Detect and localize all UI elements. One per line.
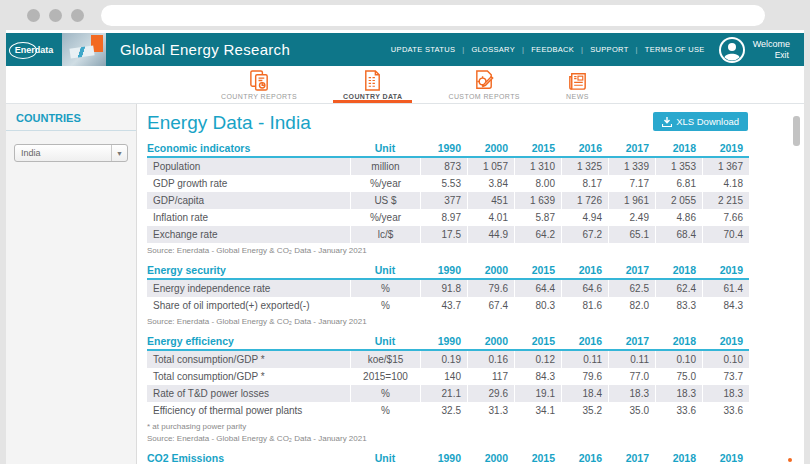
year-column-header[interactable]: 2019 <box>702 452 749 464</box>
tab-custom-reports[interactable]: CUSTOM REPORTS <box>438 66 529 103</box>
row-value: 64.6 <box>561 280 608 297</box>
year-column-header[interactable]: 2017 <box>608 142 655 154</box>
year-column-header[interactable]: 2017 <box>608 264 655 276</box>
table-source: Source: Enerdata - Global Energy & CO₂ D… <box>147 434 749 443</box>
row-value: 35.2 <box>561 402 608 419</box>
row-label: Exchange rate <box>147 229 350 240</box>
row-value: 17.5 <box>420 226 467 243</box>
table-row: Energy independence rate%91.879.664.464.… <box>147 280 749 297</box>
year-column-header[interactable]: 2018 <box>655 452 702 464</box>
row-unit: US $ <box>350 192 420 209</box>
app-header: Enerdata Global Energy Research UPDATE S… <box>6 33 804 66</box>
data-table-section: Energy securityUnit199020002015201620172… <box>147 264 749 326</box>
exit-link[interactable]: Exit <box>753 50 790 61</box>
year-column-header[interactable]: 2016 <box>561 264 608 276</box>
country-dropdown[interactable]: India ▼ <box>14 144 128 162</box>
row-value: 81.6 <box>561 297 608 314</box>
row-value: 43.7 <box>420 297 467 314</box>
window-dot[interactable] <box>71 9 84 22</box>
row-value: 8.97 <box>420 209 467 226</box>
year-column-header[interactable]: 2017 <box>608 452 655 464</box>
row-value: 29.6 <box>467 385 514 402</box>
user-avatar-icon[interactable] <box>719 37 745 63</box>
main-panel: Energy Data - India XLS Download Economi… <box>137 104 804 464</box>
year-column-header[interactable]: 2015 <box>514 452 561 464</box>
window-dot[interactable] <box>49 9 62 22</box>
year-column-header[interactable]: 2015 <box>514 335 561 347</box>
year-column-header[interactable]: 2018 <box>655 335 702 347</box>
app-window: Enerdata Global Energy Research UPDATE S… <box>6 30 804 464</box>
table-body: Total consumption/GDP *koe/$150.190.160.… <box>147 351 749 419</box>
header-link[interactable]: SUPPORT <box>574 45 628 54</box>
address-bar[interactable] <box>101 5 765 26</box>
row-value: 1 639 <box>514 192 561 209</box>
row-value: 64.2 <box>514 226 561 243</box>
year-column-header[interactable]: 2018 <box>655 142 702 154</box>
scrollbar-track[interactable] <box>793 106 800 460</box>
welcome-label: Welcome <box>753 39 790 50</box>
year-column-header[interactable]: 2000 <box>467 142 514 154</box>
enerdata-logo[interactable]: Enerdata <box>6 33 62 66</box>
xls-download-button[interactable]: XLS Download <box>653 112 748 131</box>
header-link[interactable]: TERMS OF USE <box>629 45 705 54</box>
year-column-header[interactable]: 2017 <box>608 335 655 347</box>
row-value: 3.84 <box>467 175 514 192</box>
row-label: GDP growth rate <box>147 178 350 189</box>
header-link[interactable]: FEEDBACK <box>515 45 574 54</box>
row-value: 6.81 <box>655 175 702 192</box>
table-body: Energy independence rate%91.879.664.464.… <box>147 280 749 314</box>
table-footnote: * at purchasing power parity <box>147 422 749 431</box>
tab-country-reports[interactable]: COUNTRY REPORTS <box>211 66 307 103</box>
window-dot[interactable] <box>27 9 40 22</box>
year-column-header[interactable]: 2019 <box>702 264 749 276</box>
year-column-header[interactable]: 2019 <box>702 142 749 154</box>
year-column-header[interactable]: 2019 <box>702 335 749 347</box>
year-column-header[interactable]: 2015 <box>514 142 561 154</box>
row-value: 2.49 <box>608 209 655 226</box>
year-column-header[interactable]: 2016 <box>561 335 608 347</box>
tab-country-data[interactable]: COUNTRY DATA <box>333 66 412 103</box>
year-column-header[interactable]: 2016 <box>561 452 608 464</box>
app-title: Global Energy Research <box>120 41 290 58</box>
row-value: 62.4 <box>655 280 702 297</box>
row-value: 31.3 <box>467 402 514 419</box>
table-source: Source: Enerdata - Global Energy & CO₂ D… <box>147 246 749 255</box>
tab-news[interactable]: NEWS <box>556 66 599 103</box>
year-column-header[interactable]: 2000 <box>467 452 514 464</box>
row-value: 4.18 <box>702 175 749 192</box>
year-column-header[interactable]: 2000 <box>467 335 514 347</box>
row-value: 8.17 <box>561 175 608 192</box>
row-unit: lc/$ <box>350 226 420 243</box>
row-value: 33.6 <box>702 402 749 419</box>
header-link[interactable]: GLOSSARY <box>455 45 515 54</box>
row-label: Total consumption/GDP * <box>147 354 350 365</box>
scrollbar-thumb[interactable] <box>793 116 800 146</box>
year-column-header[interactable]: 1990 <box>420 264 467 276</box>
row-value: 65.1 <box>608 226 655 243</box>
nav-tabs: COUNTRY REPORTSCOUNTRY DATACUSTOM REPORT… <box>6 66 804 103</box>
row-value: 80.3 <box>514 297 561 314</box>
year-column-header[interactable]: 2000 <box>467 264 514 276</box>
logo-text: Enerdata <box>9 42 60 58</box>
row-label: Share of oil imported(+) exported(-) <box>147 300 350 311</box>
header-link[interactable]: UPDATE STATUS <box>391 45 455 54</box>
table-section-title: Energy efficiency <box>147 335 350 347</box>
year-column-header[interactable]: 2016 <box>561 142 608 154</box>
data-tables: Economic indicatorsUnit19902000201520162… <box>147 142 749 464</box>
row-value: 1 726 <box>561 192 608 209</box>
year-column-header[interactable]: 2015 <box>514 264 561 276</box>
row-value: 1 310 <box>514 158 561 175</box>
row-value: 44.9 <box>467 226 514 243</box>
year-column-header[interactable]: 1990 <box>420 142 467 154</box>
year-column-header[interactable]: 2018 <box>655 264 702 276</box>
row-value: 62.5 <box>608 280 655 297</box>
unit-column-header: Unit <box>350 452 420 464</box>
row-value: 35.0 <box>608 402 655 419</box>
row-unit: million <box>350 158 420 175</box>
year-column-header[interactable]: 1990 <box>420 452 467 464</box>
row-value: 67.2 <box>561 226 608 243</box>
year-column-header[interactable]: 1990 <box>420 335 467 347</box>
row-value: 2 055 <box>655 192 702 209</box>
table-header-row: Energy securityUnit199020002015201620172… <box>147 264 749 280</box>
table-row: Total consumption/GDP *2015=10014011784.… <box>147 368 749 385</box>
